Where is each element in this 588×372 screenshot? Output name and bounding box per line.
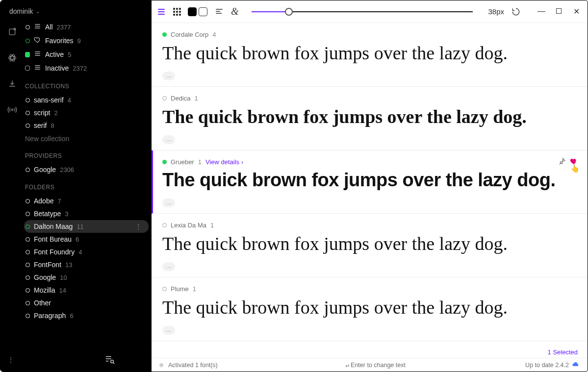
- font-meta: Lexia Da Ma1: [162, 222, 578, 229]
- folder-item[interactable]: Google10: [24, 271, 149, 284]
- maximize-button[interactable]: [555, 7, 562, 16]
- status-bar: Activated 1 font(s) ↵Enter to change tex…: [152, 358, 588, 372]
- font-meta: Plume1: [162, 285, 578, 293]
- font-count: 1: [210, 222, 214, 229]
- font-card[interactable]: Plume1The quick brown fox jumps over the…: [152, 277, 588, 341]
- more-chip[interactable]: …: [162, 326, 175, 335]
- more-chip[interactable]: …: [162, 262, 175, 271]
- list-view-icon[interactable]: [156, 7, 166, 17]
- pin-icon[interactable]: [558, 157, 566, 167]
- folder-item[interactable]: Adobe7: [24, 195, 149, 207]
- font-name: Lexia Da Ma: [171, 222, 206, 229]
- font-meta: Cordale Corp4: [162, 31, 578, 38]
- user-menu[interactable]: dominik ⌄: [0, 0, 152, 20]
- heart-icon: [34, 36, 41, 45]
- download-icon[interactable]: [7, 79, 17, 90]
- user-name: dominik: [9, 7, 33, 15]
- folder-item[interactable]: Other: [24, 297, 149, 309]
- filter-all[interactable]: All 2377: [24, 20, 149, 34]
- grid-view-icon[interactable]: [173, 8, 181, 16]
- more-icon[interactable]: ⋮: [133, 223, 144, 230]
- minimize-button[interactable]: —: [537, 7, 544, 16]
- folder-item[interactable]: Mozilla14: [24, 284, 149, 297]
- font-sample[interactable]: The quick brown fox jumps over the lazy …: [162, 106, 578, 127]
- folder-item[interactable]: Dalton Maag11⋮: [24, 220, 149, 233]
- font-card[interactable]: Dedica1The quick brown fox jumps over th…: [152, 87, 588, 150]
- size-label: 38px: [484, 7, 504, 16]
- broadcast-icon[interactable]: [7, 105, 17, 116]
- filter-favorites[interactable]: Favorites 9: [24, 34, 149, 48]
- collections-header: COLLECTIONS: [24, 75, 149, 94]
- font-name: Grueber: [171, 158, 194, 166]
- status-center[interactable]: ↵Enter to change text: [346, 361, 406, 369]
- window-controls: — ✕: [537, 7, 580, 16]
- size-slider[interactable]: [252, 11, 473, 12]
- font-count: 1: [193, 285, 196, 293]
- folder-item[interactable]: Font Bureau6: [24, 233, 149, 246]
- font-card[interactable]: Grueber1View details ›👆The quick brown f…: [152, 150, 588, 214]
- font-sample[interactable]: The quick brown fox jumps over the lazy …: [162, 297, 578, 318]
- svg-point-2: [9, 56, 16, 60]
- font-card[interactable]: Lexia Da Ma1The quick brown fox jumps ov…: [152, 214, 588, 277]
- font-sample[interactable]: The quick brown fox jumps over the lazy …: [162, 42, 578, 64]
- new-collection[interactable]: New collection: [24, 132, 149, 145]
- status-dot-icon: [159, 363, 163, 367]
- more-chip[interactable]: …: [162, 135, 175, 144]
- inactive-status-icon[interactable]: [162, 223, 167, 227]
- font-name: Dedica: [171, 95, 190, 102]
- font-meta: Grueber1View details ›: [162, 158, 578, 166]
- theme-toggle[interactable]: [188, 7, 207, 16]
- collection-item[interactable]: serif8: [24, 119, 149, 132]
- svg-point-5: [11, 109, 13, 110]
- font-count: 1: [194, 95, 198, 102]
- status-right: Up to date 2.4.2: [525, 362, 569, 369]
- list-icon: [34, 50, 41, 59]
- svg-point-6: [111, 360, 114, 363]
- filter-active[interactable]: Active 5: [24, 48, 149, 61]
- font-list: Cordale Corp4The quick brown fox jumps o…: [152, 23, 588, 358]
- close-button[interactable]: ✕: [573, 7, 580, 16]
- chevron-down-icon: ⌄: [36, 9, 40, 14]
- slider-handle[interactable]: [285, 8, 293, 16]
- opentype-features-icon[interactable]: &: [231, 6, 239, 17]
- sidebar-rail: [0, 20, 24, 348]
- font-sample[interactable]: The quick brown fox jumps over the lazy …: [162, 233, 578, 254]
- toolbar: & 38px — ✕: [152, 0, 588, 23]
- provider-item[interactable]: Google2306: [24, 163, 149, 176]
- sidebar-tree: All 2377 Favorites 9 Active 5 Inactive 2…: [24, 20, 152, 348]
- more-chip[interactable]: …: [162, 198, 175, 207]
- filter-inactive[interactable]: Inactive 2372: [24, 61, 149, 75]
- more-icon[interactable]: ⋮: [7, 356, 14, 364]
- font-count: 1: [198, 158, 202, 166]
- sidebar: dominik ⌄ All 2377: [0, 0, 152, 372]
- inactive-status-icon[interactable]: [162, 96, 167, 100]
- font-card[interactable]: Cordale Corp4The quick brown fox jumps o…: [152, 23, 588, 87]
- folder-item[interactable]: Font Foundry4: [24, 246, 149, 258]
- inactive-status-icon[interactable]: [162, 287, 167, 291]
- cloud-icon[interactable]: [572, 360, 580, 370]
- folder-item[interactable]: FontFont13: [24, 258, 149, 271]
- view-details-link[interactable]: View details ›: [205, 158, 243, 166]
- font-name: Plume: [171, 285, 189, 293]
- selected-count-label[interactable]: 1 Selected: [548, 348, 578, 356]
- align-left-icon[interactable]: [214, 7, 224, 17]
- active-status-icon[interactable]: [162, 160, 167, 164]
- folder-item[interactable]: Paragraph6: [24, 309, 149, 322]
- status-left: Activated 1 font(s): [168, 362, 218, 369]
- folders-header: FOLDERS: [24, 176, 149, 195]
- sidebar-footer: ⋮: [0, 348, 152, 372]
- list-icon: [34, 23, 41, 31]
- light-swatch: [199, 7, 207, 16]
- font-sample[interactable]: The quick brown fox jumps over the lazy …: [162, 170, 578, 191]
- collection-item[interactable]: script2: [24, 106, 149, 119]
- collection-item[interactable]: sans-serif4: [24, 94, 149, 106]
- search-list-icon[interactable]: [104, 354, 115, 366]
- active-status-icon[interactable]: [162, 32, 167, 37]
- more-chip[interactable]: …: [162, 72, 175, 80]
- main: & 38px — ✕ Cordale Corp4The quick brown …: [152, 0, 588, 372]
- atom-icon[interactable]: [7, 53, 17, 64]
- folder-item[interactable]: Betatype3: [24, 207, 149, 220]
- reset-icon[interactable]: [511, 7, 521, 17]
- font-count: 4: [212, 31, 216, 38]
- cube-icon[interactable]: [7, 27, 17, 38]
